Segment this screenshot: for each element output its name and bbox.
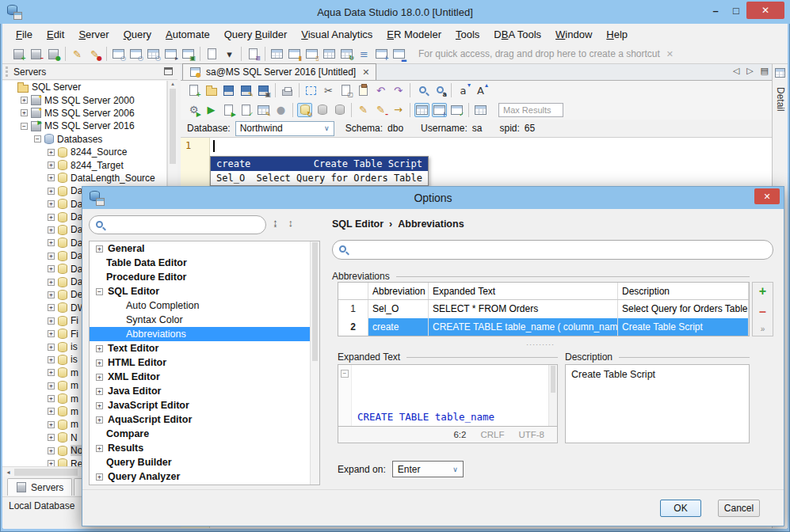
options-tree-item[interactable]: +JavaScript Editor (90, 398, 319, 412)
run-script-icon[interactable]: ▶ (221, 103, 236, 117)
expand-icon[interactable]: + (96, 388, 103, 395)
expand-icon[interactable]: + (96, 359, 103, 367)
expand-icon[interactable]: + (48, 369, 55, 376)
collapse-icon[interactable]: − (34, 135, 41, 142)
options-tree-item[interactable]: +XML Editor (90, 370, 319, 384)
expand-icon[interactable]: + (48, 460, 55, 466)
print-icon[interactable] (280, 83, 295, 97)
expand-icon[interactable]: + (48, 214, 55, 221)
tree-item[interactable]: +8244_Source (2, 146, 166, 158)
run-icon[interactable]: ▶ (204, 103, 219, 117)
menu-dba-tools[interactable]: DBA Tools (487, 25, 548, 44)
redo-icon[interactable]: ↷ (391, 83, 406, 97)
expand-icon[interactable]: + (48, 279, 55, 286)
expand-icon[interactable]: + (96, 416, 103, 424)
tab-query-window[interactable]: ● sa@MS SQL Server 2016 [Untitled] ✕ (182, 63, 376, 80)
ok-button[interactable]: OK (660, 500, 701, 517)
open-script-icon[interactable]: ≡ (246, 47, 261, 61)
tree-item[interactable]: +DataLength_Source (2, 172, 166, 184)
options-tree-item[interactable]: Abbreviations (90, 327, 319, 341)
dismiss-hint-icon[interactable]: ✕ (666, 49, 674, 59)
expand-icon[interactable]: + (96, 374, 103, 381)
float-panel-icon[interactable] (164, 67, 173, 75)
new-file-icon[interactable]: + (186, 83, 201, 97)
expand-icon[interactable]: + (48, 344, 55, 351)
expand-icon[interactable]: + (48, 162, 55, 169)
validate-icon[interactable]: ✓ (239, 103, 254, 117)
document-dropdown-icon[interactable]: ▾ (222, 47, 237, 61)
options-tree-item[interactable]: Query Builder (90, 455, 319, 469)
table-row[interactable]: 2createCREATE TABLE table_name ( column_… (338, 318, 749, 336)
expand-icon[interactable]: + (96, 345, 103, 352)
auto-commit-icon[interactable]: ↻ (297, 103, 312, 117)
expand-icon[interactable]: + (48, 149, 55, 156)
description-editor[interactable]: Create Table Script (565, 364, 750, 443)
options-tree-item[interactable]: +HTML Editor (90, 355, 319, 370)
expand-icon[interactable]: + (48, 304, 55, 311)
copy-icon[interactable]: ▢ (338, 83, 353, 97)
menu-edit[interactable]: Edit (40, 25, 71, 44)
close-button[interactable]: ✕ (746, 2, 784, 19)
query-analyzer-window-icon[interactable]: ○ (111, 47, 126, 61)
options-tree-item[interactable]: +Java Editor (90, 384, 319, 398)
query-analyzer-grid-icon[interactable]: ○ (146, 47, 161, 61)
options-tree-search-input[interactable] (106, 219, 259, 230)
stop-icon[interactable]: ● (273, 103, 288, 117)
options-tree-scrollbar[interactable] (310, 241, 319, 484)
autocomplete-item[interactable]: createCreate Table Script (211, 157, 428, 171)
expand-icon[interactable]: + (48, 447, 55, 454)
tab-scroll-left-icon[interactable]: ◁ (733, 66, 739, 76)
format-sql-icon[interactable]: ✎ (356, 103, 371, 117)
window-restore-icon[interactable]: ▸ (163, 47, 178, 61)
options-tree-item[interactable]: +AquaScript Editor (90, 412, 319, 427)
save-icon[interactable] (221, 83, 236, 97)
detach-editor-icon[interactable]: ✎● (87, 47, 102, 61)
expand-icon[interactable]: + (48, 239, 55, 246)
expand-icon[interactable]: + (48, 395, 55, 402)
options-close-button[interactable]: ✕ (754, 188, 780, 204)
expand-icon[interactable]: + (96, 473, 103, 481)
expand-icon[interactable]: + (48, 434, 55, 441)
paste-icon[interactable] (356, 83, 371, 97)
find-replace-icon[interactable]: a (432, 83, 447, 97)
collapse-all-icon[interactable]: ↕ (288, 217, 294, 229)
options-tree-item[interactable]: Procedure Editor (90, 270, 319, 284)
maximize-button[interactable]: □ (726, 2, 746, 19)
code-scrollbar[interactable] (548, 365, 557, 426)
chart-view-icon[interactable]: ▂ (391, 47, 406, 61)
menu-query[interactable]: Query (116, 25, 158, 44)
rollback-icon[interactable] (332, 103, 347, 117)
tree-item[interactable]: +MS SQL Server 2006 (2, 107, 166, 120)
results-options-icon[interactable]: ✓ (449, 103, 464, 117)
menu-er-modeler[interactable]: ER Modeler (380, 25, 448, 44)
expand-icon[interactable]: + (48, 317, 55, 325)
increase-font-icon[interactable]: A▴ (473, 83, 488, 97)
expand-icon[interactable]: + (48, 265, 55, 272)
pivot-grid-view-icon[interactable]: ↻ (339, 47, 354, 61)
expand-icon[interactable]: + (48, 226, 55, 234)
windows-stack-icon[interactable]: ▣ (181, 47, 196, 61)
database-select[interactable]: Northwind ∨ (235, 121, 334, 136)
results-grid-toggle-icon[interactable] (414, 103, 429, 117)
expanded-text-editor[interactable]: − CREATE TABLE table_name( column_name1 … (338, 364, 558, 426)
menu-help[interactable]: Help (599, 25, 635, 44)
options-tree-item[interactable]: +General (90, 241, 319, 256)
expand-icon[interactable]: + (48, 291, 55, 298)
menu-file[interactable]: File (9, 25, 40, 44)
expand-icon[interactable]: + (48, 408, 55, 415)
strip-comments-icon[interactable]: ✎– (373, 103, 388, 117)
tree-item[interactable]: +MS SQL Server 2000 (2, 93, 166, 106)
expand-icon[interactable]: + (48, 421, 55, 428)
add-abbreviation-button[interactable]: + (759, 285, 766, 298)
options-tree-item[interactable]: −SQL Editor (90, 284, 319, 298)
expand-icon[interactable]: + (48, 382, 55, 390)
options-tree-item[interactable]: Syntax Color (90, 313, 319, 327)
detail-view-icon[interactable]: ▮ (287, 47, 302, 61)
new-document-icon[interactable] (204, 47, 219, 61)
query-analyzer-results-icon[interactable]: ○ (128, 47, 143, 61)
detail-window-icon[interactable] (473, 103, 488, 117)
collapse-icon[interactable]: − (96, 288, 103, 295)
open-file-icon[interactable] (204, 83, 219, 97)
tree-item[interactable]: SQL Server (2, 81, 166, 93)
results-tree-toggle-icon[interactable]: + (432, 103, 447, 117)
